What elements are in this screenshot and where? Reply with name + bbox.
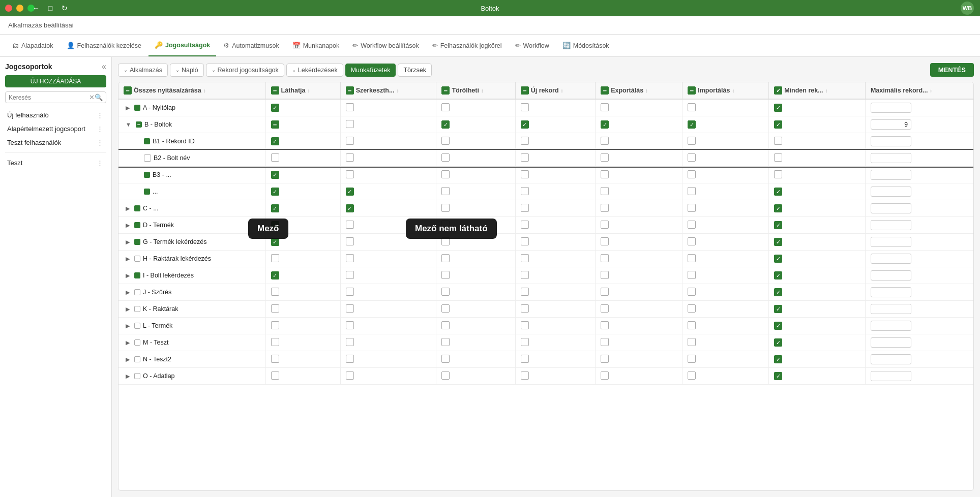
th-exportalas[interactable]: − Exportálás ↕ [596,82,682,99]
sidebar-item-alapertelmezett[interactable]: Alapértelmezett jogcsoport ⋮ [5,122,106,136]
cell-max-rekord[interactable] [865,116,973,133]
checkbox-lathatja-b2[interactable] [271,153,279,162]
th-minden-rek[interactable]: ✓ Minden rek... ↕ [769,82,866,99]
checkbox[interactable] [441,304,450,313]
checkbox[interactable] [688,371,696,380]
checkbox[interactable] [271,288,279,296]
cell-uj-rekord[interactable] [515,150,595,167]
checkbox[interactable] [688,304,696,313]
cell-torolheti[interactable]: ✓ [436,116,515,133]
checkbox[interactable] [521,237,529,245]
checkbox[interactable] [271,254,279,262]
checkbox[interactable] [271,355,279,363]
cell-lathatja-b2[interactable] [265,150,340,167]
max-rekord-input[interactable] [871,237,911,247]
checkbox[interactable] [441,204,450,212]
checkbox-exportalas[interactable] [601,137,609,145]
th-szerkesztheti[interactable]: − Szerkeszth... ↕ [340,82,436,99]
checkbox[interactable]: ✓ [271,171,279,179]
checkbox[interactable] [441,170,450,178]
checkbox-uj-rekord[interactable] [521,103,529,111]
expand-button[interactable]: ▼ [124,121,133,128]
sidebar-item-teszt-felhasznalok[interactable]: Teszt felhasználók ⋮ [5,136,106,149]
clear-search-button[interactable]: ✕ [89,94,95,101]
expand-button[interactable]: ▶ [124,339,132,346]
checkbox[interactable]: ✓ [774,338,782,347]
checkbox-exportalas[interactable] [601,153,609,162]
cell-minden-rek[interactable] [769,133,866,150]
sidebar-item-alapertelmezett-menu-button[interactable]: ⋮ [96,125,104,133]
sub-tab-torzsek[interactable]: Törzsek [398,64,431,77]
save-button[interactable]: MENTÉS [930,63,974,77]
checkbox-minden-rek[interactable]: ✓ [774,104,782,112]
header-checkbox-lathatja[interactable]: − [271,86,279,95]
add-button[interactable]: ÚJ HOZZÁADÁSA [5,75,106,87]
max-rekord-input[interactable] [871,187,911,197]
sidebar-item-uj-felhasznalo[interactable]: Új felhasználó ⋮ [5,108,106,122]
cell-torolheti[interactable] [436,133,515,150]
checkbox-torolheti[interactable] [441,153,450,162]
cell-torolheti[interactable] [436,99,515,116]
expand-button[interactable]: ▶ [124,105,132,111]
close-button[interactable] [5,5,12,12]
max-rekord-input[interactable] [871,170,911,180]
checkbox[interactable] [601,254,609,262]
checkbox[interactable]: ✓ [774,255,782,263]
cell-lathatja[interactable]: ✓ [265,133,340,150]
checkbox-szerkesztheti[interactable] [346,153,354,162]
checkbox[interactable] [346,254,354,262]
cell-lathatja[interactable]: − [265,116,340,133]
checkbox[interactable] [441,355,450,363]
max-rekord-input[interactable] [871,254,911,264]
checkbox[interactable] [521,338,529,346]
checkbox[interactable] [346,170,354,178]
checkbox[interactable]: ✓ [774,288,782,296]
checkbox-szerkesztheti[interactable] [346,120,354,128]
checkbox[interactable] [601,187,609,195]
checkbox[interactable]: ✓ [346,204,354,212]
checkbox[interactable] [521,321,529,329]
checkbox[interactable]: ✓ [774,322,782,330]
expand-button[interactable]: ▶ [124,373,132,380]
sub-tab-alkalmazas[interactable]: ⌄ Alkalmazás [118,64,168,77]
checkbox[interactable]: ✓ [774,355,782,363]
header-checkbox-torolheti[interactable]: − [441,86,450,95]
tab-workflow-beallitasok[interactable]: ✏ Workflow beállítások [346,35,425,56]
checkbox[interactable] [601,237,609,245]
cell-importalas[interactable] [682,150,769,167]
cell-exportalas[interactable] [596,133,682,150]
forward-button[interactable]: □ [45,3,56,14]
checkbox[interactable] [346,288,354,296]
checkbox[interactable] [441,338,450,346]
cell-importalas[interactable] [682,133,769,150]
checkbox[interactable]: ✓ [774,305,782,313]
expand-button[interactable]: ▶ [124,256,132,262]
cell-importalas[interactable] [682,99,769,116]
checkbox-torolheti[interactable]: ✓ [441,120,450,129]
header-checkbox-exportalas[interactable]: − [601,86,609,95]
header-checkbox-szerkesztheti[interactable]: − [346,86,354,95]
expand-button[interactable]: ▶ [124,222,132,229]
checkbox[interactable]: ✓ [774,221,782,229]
max-rekord-input[interactable] [871,203,911,213]
checkbox-importalas[interactable] [688,153,696,162]
cell-uj-rekord[interactable] [515,133,595,150]
max-rekord-input[interactable] [871,337,911,348]
checkbox[interactable]: ✓ [774,188,782,196]
checkbox[interactable]: ✓ [271,188,279,196]
max-rekord-input[interactable] [871,304,911,314]
cell-szerkesztheti[interactable] [340,133,436,150]
expand-button[interactable]: ▶ [124,289,132,296]
checkbox-exportalas[interactable] [601,103,609,111]
cell-minden-rek[interactable]: ✓ [769,99,866,116]
checkbox[interactable] [601,204,609,212]
checkbox[interactable]: ✓ [271,271,279,279]
cell-max-rekord[interactable] [865,133,973,150]
cell-max-rekord[interactable] [865,99,973,116]
expand-button[interactable]: ▶ [124,356,132,363]
checkbox[interactable] [688,288,696,296]
checkbox[interactable] [601,371,609,380]
cell-szerkesztheti[interactable] [340,99,436,116]
cell-exportalas[interactable] [596,150,682,167]
checkbox[interactable] [601,288,609,296]
